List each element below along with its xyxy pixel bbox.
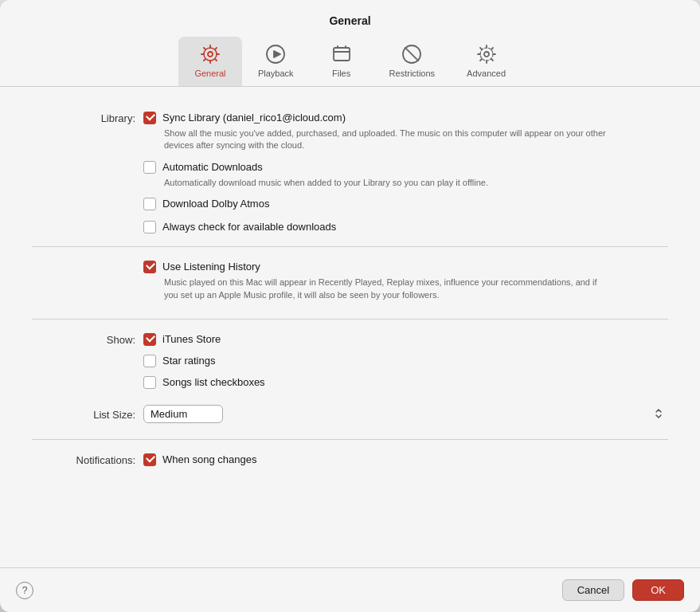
listening-history-checkbox-row: Use Listening History	[143, 260, 668, 273]
when-song-changes-checkbox[interactable]	[143, 453, 156, 466]
settings-content: Library: Sync Library (daniel_rico1@iclo…	[0, 87, 700, 567]
sync-library-row: Sync Library (daniel_rico1@icloud.com)	[143, 111, 668, 124]
when-song-changes-row: When song changes	[143, 453, 668, 466]
dolby-checkbox[interactable]	[143, 198, 156, 210]
songs-checkboxes-label: Songs list checkboxes	[162, 376, 265, 388]
sync-library-desc: Show all the music you've added, purchas…	[164, 128, 610, 152]
general-icon	[199, 43, 221, 65]
tab-restrictions[interactable]: Restrictions	[373, 37, 451, 86]
available-downloads-row: Always check for available downloads	[143, 220, 668, 233]
advanced-icon	[475, 43, 498, 65]
sync-library-label: Sync Library (daniel_rico1@icloud.com)	[162, 112, 346, 124]
notifications-label: Notifications:	[32, 453, 135, 466]
auto-downloads-label: Automatic Downloads	[162, 161, 263, 173]
notifications-content: When song changes	[143, 453, 668, 466]
songs-checkboxes-checkbox[interactable]	[143, 376, 156, 389]
tab-playback-label: Playback	[258, 69, 294, 78]
auto-downloads-checkbox[interactable]	[143, 161, 156, 174]
notifications-row: Notifications: When song changes	[32, 448, 668, 471]
star-ratings-label: Star ratings	[162, 355, 215, 367]
svg-point-1	[204, 48, 217, 61]
list-size-select-container: Small Medium Large	[143, 405, 668, 423]
dolby-row: Download Dolby Atmos	[143, 197, 668, 210]
show-row: Show: iTunes Store Star ratings Songs li…	[32, 328, 668, 394]
listening-history-row: Use Listening History Music played on th…	[32, 255, 668, 311]
files-icon	[330, 43, 353, 65]
svg-point-7	[484, 52, 489, 57]
cancel-button[interactable]: Cancel	[562, 579, 624, 601]
list-size-select[interactable]: Small Medium Large	[143, 405, 223, 423]
list-size-label: List Size:	[32, 407, 135, 421]
show-content: iTunes Store Star ratings Songs list che…	[143, 332, 668, 389]
divider-3	[32, 439, 668, 440]
svg-line-6	[405, 48, 418, 61]
tabs-bar: General Playback	[0, 37, 700, 87]
window-title: General	[0, 14, 700, 27]
svg-rect-4	[334, 48, 350, 61]
available-downloads-checkbox[interactable]	[143, 221, 156, 233]
window: General General	[0, 0, 700, 612]
itunes-store-row: iTunes Store	[143, 332, 668, 346]
select-arrow-icon	[654, 408, 663, 419]
footer-buttons: Cancel OK	[562, 579, 684, 601]
when-song-changes-label: When song changes	[162, 453, 257, 465]
dolby-label: Download Dolby Atmos	[162, 198, 269, 210]
library-label: Library:	[32, 111, 135, 124]
svg-point-0	[208, 52, 213, 57]
svg-marker-3	[274, 51, 280, 57]
show-label: Show:	[32, 332, 135, 346]
auto-downloads-row: Automatic Downloads	[143, 160, 668, 174]
tab-advanced-label: Advanced	[467, 69, 506, 78]
tab-files-label: Files	[332, 69, 350, 78]
auto-downloads-desc: Automatically download music when added …	[164, 177, 610, 189]
divider-2	[32, 319, 668, 320]
tab-general-label: General	[194, 69, 225, 78]
library-row: Library: Sync Library (daniel_rico1@iclo…	[32, 106, 668, 238]
sync-library-checkbox[interactable]	[143, 112, 156, 124]
tab-restrictions-label: Restrictions	[389, 69, 435, 78]
library-content: Sync Library (daniel_rico1@icloud.com) S…	[143, 111, 668, 233]
songs-checkboxes-row: Songs list checkboxes	[143, 375, 668, 389]
listening-history-desc: Music played on this Mac will appear in …	[164, 277, 610, 301]
title-bar: General General	[0, 0, 700, 87]
playback-icon	[264, 43, 287, 65]
listening-history-checkbox[interactable]	[143, 261, 156, 273]
restrictions-icon	[401, 43, 423, 65]
listening-history-spacer	[32, 260, 135, 261]
list-size-row: List Size: Small Medium Large	[32, 400, 668, 428]
list-size-content: Small Medium Large	[143, 405, 668, 423]
star-ratings-checkbox[interactable]	[143, 355, 156, 367]
tab-general[interactable]: General	[178, 37, 242, 86]
tab-advanced[interactable]: Advanced	[451, 37, 522, 86]
star-ratings-row: Star ratings	[143, 354, 668, 367]
tab-files[interactable]: Files	[310, 37, 373, 86]
footer: ? Cancel OK	[0, 567, 700, 612]
ok-button[interactable]: OK	[632, 579, 684, 601]
help-button[interactable]: ?	[16, 582, 33, 599]
divider-1	[32, 246, 668, 247]
listening-history-content: Use Listening History Music played on th…	[143, 260, 668, 306]
itunes-store-checkbox[interactable]	[143, 333, 156, 346]
listening-history-label: Use Listening History	[162, 261, 260, 273]
available-downloads-label: Always check for available downloads	[162, 221, 336, 233]
tab-playback[interactable]: Playback	[242, 37, 310, 86]
itunes-store-label: iTunes Store	[162, 333, 221, 345]
